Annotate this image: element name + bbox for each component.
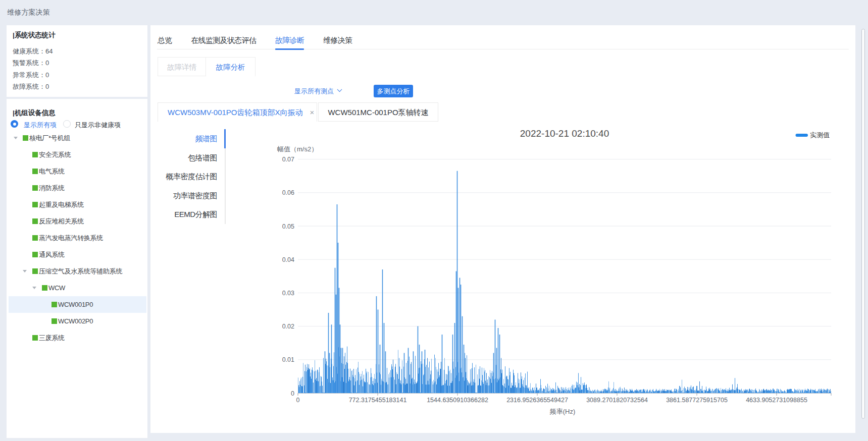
svg-text:772.3175455183141: 772.3175455183141: [349, 397, 407, 404]
svg-text:频率(Hz): 频率(Hz): [549, 408, 576, 415]
svg-text:0: 0: [296, 397, 300, 404]
svg-text:幅值（m/s2）: 幅值（m/s2）: [277, 145, 318, 153]
svg-text:1544.6350910366282: 1544.6350910366282: [427, 397, 488, 404]
svg-text:0.05: 0.05: [282, 223, 294, 230]
svg-text:0.02: 0.02: [282, 323, 294, 330]
svg-text:0: 0: [291, 390, 294, 397]
svg-text:2316.9526365549427: 2316.9526365549427: [506, 397, 568, 404]
svg-text:3089.2701820732564: 3089.2701820732564: [586, 397, 648, 404]
svg-text:0.04: 0.04: [282, 256, 294, 263]
svg-text:3861.5877275915705: 3861.5877275915705: [666, 397, 728, 404]
svg-text:0.07: 0.07: [282, 156, 294, 163]
svg-text:4633.9052731098855: 4633.9052731098855: [746, 397, 807, 404]
svg-text:0.03: 0.03: [282, 290, 294, 297]
svg-text:2022-10-21 02:10:40: 2022-10-21 02:10:40: [520, 128, 609, 139]
svg-text:0.06: 0.06: [282, 189, 294, 196]
svg-text:0.01: 0.01: [282, 356, 294, 363]
svg-text:实测值: 实测值: [810, 131, 830, 139]
